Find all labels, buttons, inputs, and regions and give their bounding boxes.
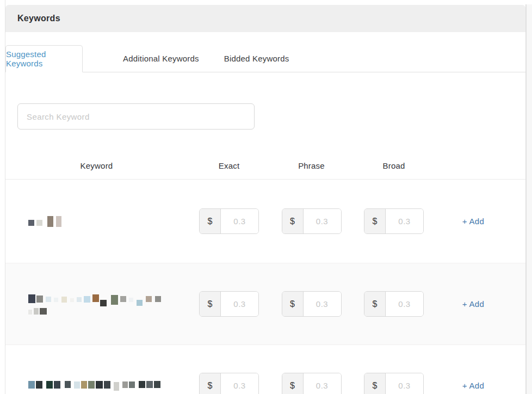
add-keyword-button[interactable]: + Add [462,381,484,390]
panel-title: Keywords [17,14,60,23]
tab-suggested-keywords[interactable]: Suggested Keywords [5,45,83,72]
dollar-sign-icon: $ [200,292,221,316]
search-section [5,103,525,130]
table-header-row: Keyword Exact Phrase Broad [5,152,525,180]
phrase-bid-group: $ [282,373,342,394]
dollar-sign-icon: $ [364,373,386,394]
column-header-exact: Exact [188,161,270,170]
keyword-redacted-text [5,380,188,391]
tab-label: Bidded Keywords [224,54,289,63]
dollar-sign-icon: $ [282,209,304,233]
tab-label: Suggested Keywords [6,50,82,68]
search-keyword-input[interactable] [17,103,255,130]
broad-bid-group: $ [364,208,424,234]
exact-bid-group: $ [199,291,259,317]
broad-bid-input[interactable] [386,373,423,394]
keyword-redacted-text [5,216,188,227]
column-header-phrase: Phrase [270,161,352,170]
dollar-sign-icon: $ [282,373,304,394]
broad-bid-input[interactable] [386,209,423,233]
add-keyword-button[interactable]: + Add [462,299,484,309]
keyword-redacted-text [5,293,188,315]
broad-bid-group: $ [364,373,424,394]
keyword-table-row: $ $ $ + Add [5,180,525,263]
dollar-sign-icon: $ [200,373,221,394]
scrollbar-track[interactable] [527,4,532,394]
exact-bid-group: $ [199,373,259,394]
panel-header: Keywords [5,5,525,32]
dollar-sign-icon: $ [364,292,386,316]
dollar-sign-icon: $ [282,292,304,316]
tab-label: Additional Keywords [123,54,199,63]
keywords-panel: Keywords Suggested Keywords Additional K… [0,0,532,394]
column-header-broad: Broad [352,161,435,170]
broad-bid-group: $ [364,291,424,317]
exact-bid-input[interactable] [221,373,258,394]
exact-bid-group: $ [199,208,259,234]
broad-bid-input[interactable] [386,292,423,316]
add-keyword-button[interactable]: + Add [462,217,484,226]
tab-bidded-keywords[interactable]: Bidded Keywords [224,45,289,72]
phrase-bid-input[interactable] [304,373,341,394]
keyword-table-row: $ $ $ + Add [5,263,525,344]
phrase-bid-group: $ [282,291,342,317]
dollar-sign-icon: $ [200,209,221,233]
column-header-keyword: Keyword [5,161,188,170]
keyword-table-row: $ $ $ + Add [5,344,525,394]
exact-bid-input[interactable] [221,292,258,316]
phrase-bid-input[interactable] [304,292,341,316]
dollar-sign-icon: $ [364,209,386,233]
exact-bid-input[interactable] [221,209,258,233]
tab-additional-keywords[interactable]: Additional Keywords [123,45,199,72]
phrase-bid-group: $ [282,208,342,234]
tab-bar: Suggested Keywords Additional Keywords B… [5,45,525,72]
phrase-bid-input[interactable] [304,209,341,233]
